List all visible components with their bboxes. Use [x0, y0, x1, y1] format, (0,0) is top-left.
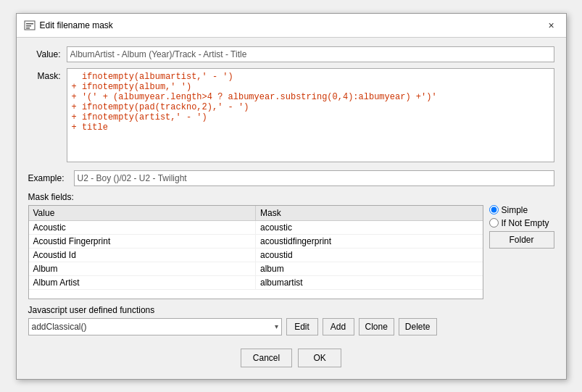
js-label: Javascript user defined functions: [28, 305, 554, 315]
table-cell-value: Album Artist: [29, 276, 257, 289]
example-input[interactable]: [74, 170, 554, 186]
mask-fields-section: Value Mask AcousticacousticAcoustid Fing…: [28, 205, 554, 299]
example-label: Example:: [28, 173, 68, 183]
clone-button[interactable]: Clone: [359, 318, 394, 335]
table-cell-mask: albumartist: [256, 276, 483, 289]
simple-radio-label: Simple: [502, 205, 528, 215]
title-bar-left: Edit filename mask: [24, 20, 113, 31]
table-cell-mask: acoustid: [256, 249, 483, 262]
svg-rect-2: [26, 25, 31, 27]
table-cell-value: Album: [29, 262, 257, 275]
col-header-value: Value: [29, 206, 257, 220]
table-cell-value: Acoustid Id: [29, 249, 257, 262]
title-bar: Edit filename mask ×: [17, 14, 566, 38]
mask-textarea[interactable]: [67, 68, 554, 162]
mask-area: Mask:: [28, 68, 554, 164]
simple-radio[interactable]: [489, 205, 499, 214]
table-row[interactable]: Acoustid Fingerprintacoustidfingerprint: [29, 235, 483, 249]
add-button[interactable]: Add: [323, 318, 354, 335]
js-select-wrap[interactable]: addClassical() ▾: [28, 318, 282, 335]
mask-textarea-wrap: [67, 68, 554, 164]
dialog-icon: [24, 20, 36, 31]
table-cell-mask: album: [256, 262, 483, 275]
if-not-empty-radio-label: If Not Empty: [502, 218, 549, 228]
mask-fields-table[interactable]: Value Mask AcousticacousticAcoustid Fing…: [28, 205, 483, 299]
value-row: Value:: [28, 46, 554, 62]
table-row[interactable]: Acousticacoustic: [29, 221, 483, 235]
simple-radio-row: Simple: [489, 205, 554, 215]
table-row[interactable]: Album Artistalbumartist: [29, 276, 483, 290]
dialog-content: Value: Mask: Example: Mask fields: Value…: [17, 38, 566, 379]
mask-fields-label: Mask fields:: [28, 192, 554, 202]
side-options: Simple If Not Empty Folder: [489, 205, 554, 299]
table-header: Value Mask: [29, 206, 483, 221]
col-header-mask: Mask: [256, 206, 483, 220]
table-row[interactable]: Albumalbum: [29, 262, 483, 276]
edit-filename-mask-dialog: Edit filename mask × Value: Mask: Exampl…: [16, 13, 567, 380]
table-cell-value: Acoustid Fingerprint: [29, 235, 257, 248]
cancel-button[interactable]: Cancel: [241, 349, 292, 367]
js-select-text: addClassical(): [32, 322, 275, 332]
svg-rect-3: [26, 28, 30, 29]
if-not-empty-radio[interactable]: [489, 218, 499, 228]
table-rows-container: AcousticacousticAcoustid Fingerprintacou…: [29, 221, 483, 290]
js-section: Javascript user defined functions addCla…: [28, 305, 554, 335]
table-cell-mask: acoustidfingerprint: [256, 235, 483, 248]
if-not-empty-radio-row: If Not Empty: [489, 218, 554, 228]
table-row[interactable]: Acoustid Idacoustid: [29, 249, 483, 262]
edit-button[interactable]: Edit: [286, 318, 318, 335]
bottom-buttons: Cancel OK: [28, 343, 554, 370]
js-dropdown-arrow-icon[interactable]: ▾: [275, 322, 278, 330]
svg-rect-1: [26, 23, 33, 25]
mask-label: Mask:: [28, 68, 61, 81]
close-button[interactable]: ×: [544, 18, 559, 33]
folder-button[interactable]: Folder: [489, 231, 554, 249]
table-cell-value: Acoustic: [29, 221, 257, 234]
value-label: Value:: [28, 49, 61, 59]
example-row: Example:: [28, 170, 554, 186]
ok-button[interactable]: OK: [298, 349, 341, 367]
table-cell-mask: acoustic: [256, 221, 483, 234]
value-input[interactable]: [67, 46, 554, 62]
js-row: addClassical() ▾ Edit Add Clone Delete: [28, 318, 554, 335]
dialog-title: Edit filename mask: [40, 20, 113, 30]
delete-button[interactable]: Delete: [399, 318, 437, 335]
